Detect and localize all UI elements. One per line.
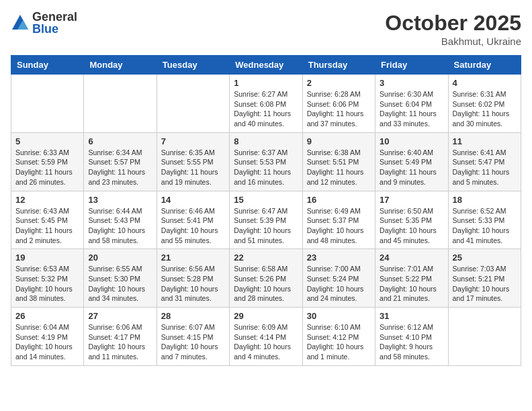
- calendar-cell: 25Sunrise: 7:03 AM Sunset: 5:21 PM Dayli…: [448, 249, 521, 308]
- calendar-cell: 5Sunrise: 6:33 AM Sunset: 5:59 PM Daylig…: [11, 132, 84, 191]
- day-info: Sunrise: 6:27 AM Sunset: 6:08 PM Dayligh…: [234, 89, 298, 129]
- day-number: 3: [380, 78, 443, 88]
- day-info: Sunrise: 6:31 AM Sunset: 6:02 PM Dayligh…: [453, 89, 517, 129]
- calendar-cell: 9Sunrise: 6:38 AM Sunset: 5:51 PM Daylig…: [302, 132, 375, 191]
- calendar-cell: 31Sunrise: 6:12 AM Sunset: 4:10 PM Dayli…: [375, 308, 448, 366]
- calendar-cell: 13Sunrise: 6:44 AM Sunset: 5:43 PM Dayli…: [84, 191, 157, 249]
- calendar-cell: 19Sunrise: 6:53 AM Sunset: 5:32 PM Dayli…: [11, 249, 84, 308]
- calendar-cell: 2Sunrise: 6:28 AM Sunset: 6:06 PM Daylig…: [302, 75, 375, 133]
- day-number: 4: [453, 78, 517, 88]
- logo: General Blue: [11, 11, 77, 35]
- week-row-2: 5Sunrise: 6:33 AM Sunset: 5:59 PM Daylig…: [11, 132, 521, 191]
- day-info: Sunrise: 6:50 AM Sunset: 5:35 PM Dayligh…: [380, 206, 443, 246]
- week-row-4: 19Sunrise: 6:53 AM Sunset: 5:32 PM Dayli…: [11, 249, 521, 308]
- calendar-cell: 22Sunrise: 6:58 AM Sunset: 5:26 PM Dayli…: [230, 249, 302, 308]
- week-row-1: 1Sunrise: 6:27 AM Sunset: 6:08 PM Daylig…: [11, 75, 521, 133]
- day-number: 26: [15, 311, 79, 321]
- day-info: Sunrise: 6:40 AM Sunset: 5:49 PM Dayligh…: [380, 148, 443, 187]
- day-info: Sunrise: 6:10 AM Sunset: 4:12 PM Dayligh…: [307, 322, 371, 362]
- day-number: 7: [161, 136, 225, 146]
- day-info: Sunrise: 6:07 AM Sunset: 4:15 PM Dayligh…: [161, 322, 225, 362]
- day-info: Sunrise: 6:41 AM Sunset: 5:47 PM Dayligh…: [453, 148, 517, 187]
- calendar-cell: 3Sunrise: 6:30 AM Sunset: 6:04 PM Daylig…: [375, 75, 448, 133]
- day-info: Sunrise: 6:44 AM Sunset: 5:43 PM Dayligh…: [88, 206, 152, 246]
- day-number: 20: [88, 253, 152, 263]
- calendar-cell: 1Sunrise: 6:27 AM Sunset: 6:08 PM Daylig…: [230, 75, 302, 133]
- location-text: Bakhmut, Ukraine: [385, 36, 521, 47]
- calendar-cell: [11, 75, 84, 133]
- logo-icon: [11, 13, 30, 32]
- weekday-header-monday: Monday: [84, 56, 157, 75]
- day-number: 18: [453, 195, 517, 205]
- calendar-cell: 11Sunrise: 6:41 AM Sunset: 5:47 PM Dayli…: [448, 132, 521, 191]
- calendar-cell: 29Sunrise: 6:09 AM Sunset: 4:14 PM Dayli…: [230, 308, 302, 366]
- day-number: 17: [380, 195, 443, 205]
- calendar-cell: 14Sunrise: 6:46 AM Sunset: 5:41 PM Dayli…: [157, 191, 229, 249]
- day-number: 1: [234, 78, 298, 88]
- day-number: 6: [88, 136, 152, 146]
- title-block: October 2025 Bakhmut, Ukraine: [385, 11, 521, 47]
- day-number: 16: [307, 195, 371, 205]
- day-info: Sunrise: 6:30 AM Sunset: 6:04 PM Dayligh…: [380, 89, 443, 129]
- day-info: Sunrise: 6:43 AM Sunset: 5:45 PM Dayligh…: [15, 206, 79, 246]
- calendar-cell: [448, 308, 521, 366]
- day-number: 31: [380, 311, 443, 321]
- day-number: 15: [234, 195, 298, 205]
- calendar-cell: 28Sunrise: 6:07 AM Sunset: 4:15 PM Dayli…: [157, 308, 229, 366]
- calendar-cell: 18Sunrise: 6:52 AM Sunset: 5:33 PM Dayli…: [448, 191, 521, 249]
- calendar-cell: 6Sunrise: 6:34 AM Sunset: 5:57 PM Daylig…: [84, 132, 157, 191]
- calendar-cell: 10Sunrise: 6:40 AM Sunset: 5:49 PM Dayli…: [375, 132, 448, 191]
- day-number: 14: [161, 195, 225, 205]
- calendar-cell: 30Sunrise: 6:10 AM Sunset: 4:12 PM Dayli…: [302, 308, 375, 366]
- weekday-header-sunday: Sunday: [11, 56, 84, 75]
- day-info: Sunrise: 6:34 AM Sunset: 5:57 PM Dayligh…: [88, 148, 152, 187]
- day-number: 21: [161, 253, 225, 263]
- day-info: Sunrise: 6:04 AM Sunset: 4:19 PM Dayligh…: [15, 322, 79, 362]
- weekday-header-thursday: Thursday: [302, 56, 375, 75]
- day-number: 19: [15, 253, 79, 263]
- logo-general-text: General: [32, 11, 77, 23]
- calendar-cell: 24Sunrise: 7:01 AM Sunset: 5:22 PM Dayli…: [375, 249, 448, 308]
- calendar-table: SundayMondayTuesdayWednesdayThursdayFrid…: [11, 55, 521, 366]
- day-info: Sunrise: 6:12 AM Sunset: 4:10 PM Dayligh…: [380, 322, 443, 362]
- page-header: General Blue October 2025 Bakhmut, Ukrai…: [11, 11, 521, 47]
- week-row-3: 12Sunrise: 6:43 AM Sunset: 5:45 PM Dayli…: [11, 191, 521, 249]
- week-row-5: 26Sunrise: 6:04 AM Sunset: 4:19 PM Dayli…: [11, 308, 521, 366]
- month-title: October 2025: [385, 11, 521, 36]
- day-info: Sunrise: 6:37 AM Sunset: 5:53 PM Dayligh…: [234, 148, 298, 187]
- day-info: Sunrise: 6:53 AM Sunset: 5:32 PM Dayligh…: [15, 264, 79, 304]
- day-number: 11: [453, 136, 517, 146]
- day-info: Sunrise: 6:06 AM Sunset: 4:17 PM Dayligh…: [88, 322, 152, 362]
- day-number: 24: [380, 253, 443, 263]
- day-number: 23: [307, 253, 371, 263]
- calendar-cell: 12Sunrise: 6:43 AM Sunset: 5:45 PM Dayli…: [11, 191, 84, 249]
- day-info: Sunrise: 6:09 AM Sunset: 4:14 PM Dayligh…: [234, 322, 298, 362]
- logo-blue-text: Blue: [32, 23, 77, 35]
- day-info: Sunrise: 7:00 AM Sunset: 5:24 PM Dayligh…: [307, 264, 371, 304]
- day-info: Sunrise: 7:01 AM Sunset: 5:22 PM Dayligh…: [380, 264, 443, 304]
- day-info: Sunrise: 6:38 AM Sunset: 5:51 PM Dayligh…: [307, 148, 371, 187]
- day-number: 28: [161, 311, 225, 321]
- weekday-header-row: SundayMondayTuesdayWednesdayThursdayFrid…: [11, 56, 521, 75]
- calendar-cell: 7Sunrise: 6:35 AM Sunset: 5:55 PM Daylig…: [157, 132, 229, 191]
- day-info: Sunrise: 6:47 AM Sunset: 5:39 PM Dayligh…: [234, 206, 298, 246]
- day-number: 22: [234, 253, 298, 263]
- calendar-cell: 20Sunrise: 6:55 AM Sunset: 5:30 PM Dayli…: [84, 249, 157, 308]
- day-number: 10: [380, 136, 443, 146]
- weekday-header-wednesday: Wednesday: [230, 56, 302, 75]
- calendar-cell: 27Sunrise: 6:06 AM Sunset: 4:17 PM Dayli…: [84, 308, 157, 366]
- day-number: 9: [307, 136, 371, 146]
- calendar-cell: 17Sunrise: 6:50 AM Sunset: 5:35 PM Dayli…: [375, 191, 448, 249]
- day-info: Sunrise: 6:28 AM Sunset: 6:06 PM Dayligh…: [307, 89, 371, 129]
- day-number: 5: [15, 136, 79, 146]
- calendar-cell: [157, 75, 229, 133]
- day-number: 13: [88, 195, 152, 205]
- day-number: 30: [307, 311, 371, 321]
- calendar-cell: 21Sunrise: 6:56 AM Sunset: 5:28 PM Dayli…: [157, 249, 229, 308]
- day-number: 29: [234, 311, 298, 321]
- day-number: 27: [88, 311, 152, 321]
- calendar-cell: 16Sunrise: 6:49 AM Sunset: 5:37 PM Dayli…: [302, 191, 375, 249]
- calendar-cell: 15Sunrise: 6:47 AM Sunset: 5:39 PM Dayli…: [230, 191, 302, 249]
- day-number: 2: [307, 78, 371, 88]
- day-info: Sunrise: 6:33 AM Sunset: 5:59 PM Dayligh…: [15, 148, 79, 187]
